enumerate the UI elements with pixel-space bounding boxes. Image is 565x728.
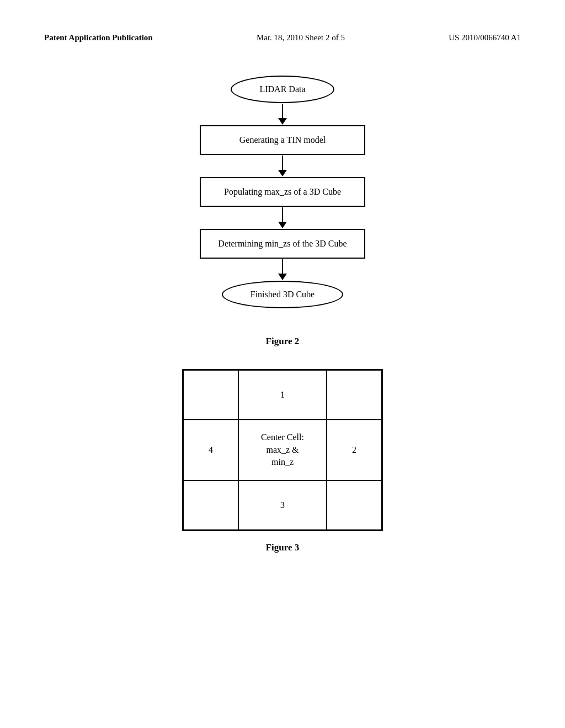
cell-1-3 (327, 370, 382, 420)
page: Patent Application Publication Mar. 18, … (0, 0, 565, 728)
arrow-line (282, 259, 283, 274)
node-lidar-data: LIDAR Data (231, 76, 334, 103)
cell-3-1 (183, 480, 238, 530)
cell-2-3: 2 (327, 420, 382, 480)
arrow-head (278, 222, 287, 228)
arrow-line (282, 104, 283, 118)
arrow-3 (278, 207, 287, 229)
cell-3-2: 3 (238, 480, 327, 530)
flowchart: LIDAR Data Generating a TIN model Popula… (200, 76, 365, 308)
page-header: Patent Application Publication Mar. 18, … (44, 33, 521, 42)
node-finished: Finished 3D Cube (222, 281, 343, 308)
arrow-head (278, 170, 287, 176)
node-min-zs: Determining min_zs of the 3D Cube (200, 229, 365, 259)
cell-1-1 (183, 370, 238, 420)
arrow-head (278, 274, 287, 280)
cell-2-2-center: Center Cell:max_z &min_z (238, 420, 327, 480)
figure3-label: Figure 3 (266, 542, 300, 553)
cell-3-3 (327, 480, 382, 530)
figure3-section: 1 4 Center Cell:max_z &min_z 2 3 Figure … (44, 369, 521, 553)
figure2-label: Figure 2 (266, 336, 300, 347)
arrow-line (282, 207, 283, 222)
arrow-head (278, 118, 287, 125)
node-tin-model: Generating a TIN model (200, 125, 365, 155)
cell-1-2: 1 (238, 370, 327, 420)
arrow-4 (278, 259, 287, 281)
node-max-zs: Populating max_zs of a 3D Cube (200, 177, 365, 207)
arrow-line (282, 156, 283, 170)
arrow-1 (278, 103, 287, 125)
header-left: Patent Application Publication (44, 33, 153, 42)
header-center: Mar. 18, 2010 Sheet 2 of 5 (257, 33, 345, 42)
header-right: US 2010/0066740 A1 (449, 33, 521, 42)
figure2-section: LIDAR Data Generating a TIN model Popula… (44, 76, 521, 347)
cell-grid: 1 4 Center Cell:max_z &min_z 2 3 (182, 369, 383, 531)
cell-2-1: 4 (183, 420, 238, 480)
arrow-2 (278, 155, 287, 177)
